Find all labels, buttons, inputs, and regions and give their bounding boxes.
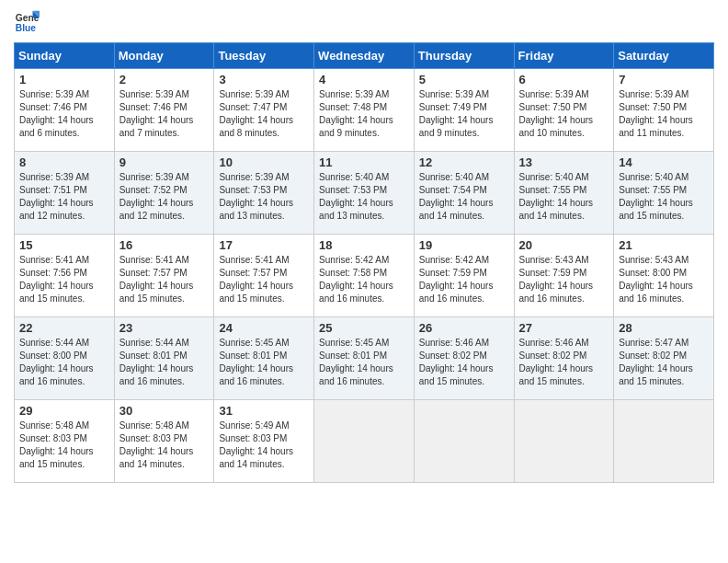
day-number: 9	[119, 155, 210, 169]
calendar-cell	[414, 400, 514, 483]
day-info: Sunrise: 5:47 AMSunset: 8:02 PMDaylight:…	[619, 337, 709, 388]
logo: General Blue	[14, 9, 40, 35]
calendar-cell: 3Sunrise: 5:39 AMSunset: 7:47 PMDaylight…	[214, 69, 314, 152]
day-info: Sunrise: 5:44 AMSunset: 8:01 PMDaylight:…	[119, 337, 210, 388]
day-number: 18	[319, 238, 409, 252]
calendar-cell: 27Sunrise: 5:46 AMSunset: 8:02 PMDayligh…	[514, 317, 614, 400]
day-number: 12	[419, 155, 509, 169]
day-number: 1	[19, 73, 109, 86]
day-info: Sunrise: 5:43 AMSunset: 8:00 PMDaylight:…	[619, 254, 709, 305]
calendar-cell: 30Sunrise: 5:48 AMSunset: 8:03 PMDayligh…	[114, 400, 214, 483]
calendar-cell: 15Sunrise: 5:41 AMSunset: 7:56 PMDayligh…	[15, 235, 115, 317]
calendar-cell: 14Sunrise: 5:40 AMSunset: 7:55 PMDayligh…	[614, 152, 714, 235]
calendar-cell: 4Sunrise: 5:39 AMSunset: 7:48 PMDaylight…	[314, 69, 415, 152]
day-info: Sunrise: 5:41 AMSunset: 7:57 PMDaylight:…	[119, 254, 210, 305]
day-number: 27	[519, 321, 609, 335]
calendar-cell: 17Sunrise: 5:41 AMSunset: 7:57 PMDayligh…	[214, 235, 314, 317]
calendar-week-5: 29Sunrise: 5:48 AMSunset: 8:03 PMDayligh…	[15, 400, 714, 483]
day-number: 15	[19, 238, 109, 252]
header: General Blue	[14, 9, 714, 35]
calendar-cell	[614, 400, 714, 483]
day-number: 28	[619, 321, 709, 335]
calendar-cell: 13Sunrise: 5:40 AMSunset: 7:55 PMDayligh…	[514, 152, 614, 235]
calendar-cell: 10Sunrise: 5:39 AMSunset: 7:53 PMDayligh…	[214, 152, 314, 235]
calendar-cell: 29Sunrise: 5:48 AMSunset: 8:03 PMDayligh…	[15, 400, 115, 483]
day-info: Sunrise: 5:42 AMSunset: 7:58 PMDaylight:…	[319, 254, 409, 305]
svg-text:Blue: Blue	[16, 23, 37, 33]
calendar-cell: 28Sunrise: 5:47 AMSunset: 8:02 PMDayligh…	[614, 317, 714, 400]
calendar-week-2: 8Sunrise: 5:39 AMSunset: 7:51 PMDaylight…	[15, 152, 714, 235]
calendar-cell: 25Sunrise: 5:45 AMSunset: 8:01 PMDayligh…	[314, 317, 415, 400]
day-number: 30	[119, 404, 210, 418]
calendar-cell: 6Sunrise: 5:39 AMSunset: 7:50 PMDaylight…	[514, 69, 614, 152]
day-number: 6	[519, 73, 609, 86]
day-number: 10	[219, 155, 309, 169]
day-number: 7	[619, 73, 709, 86]
day-info: Sunrise: 5:39 AMSunset: 7:50 PMDaylight:…	[519, 88, 609, 140]
day-info: Sunrise: 5:39 AMSunset: 7:49 PMDaylight:…	[419, 88, 509, 140]
day-number: 4	[319, 73, 409, 86]
day-number: 22	[19, 321, 109, 335]
calendar-cell: 9Sunrise: 5:39 AMSunset: 7:52 PMDaylight…	[114, 152, 214, 235]
day-number: 17	[219, 238, 309, 252]
day-info: Sunrise: 5:39 AMSunset: 7:53 PMDaylight:…	[219, 171, 309, 223]
calendar-cell: 24Sunrise: 5:45 AMSunset: 8:01 PMDayligh…	[214, 317, 314, 400]
calendar-cell: 22Sunrise: 5:44 AMSunset: 8:00 PMDayligh…	[15, 317, 115, 400]
calendar-week-1: 1Sunrise: 5:39 AMSunset: 7:46 PMDaylight…	[15, 69, 714, 152]
header-day-friday: Friday	[514, 43, 614, 69]
calendar-cell: 19Sunrise: 5:42 AMSunset: 7:59 PMDayligh…	[414, 235, 514, 317]
day-number: 24	[219, 321, 309, 335]
day-info: Sunrise: 5:39 AMSunset: 7:52 PMDaylight:…	[119, 171, 210, 223]
calendar-cell: 26Sunrise: 5:46 AMSunset: 8:02 PMDayligh…	[414, 317, 514, 400]
day-info: Sunrise: 5:44 AMSunset: 8:00 PMDaylight:…	[19, 337, 109, 388]
calendar-cell: 31Sunrise: 5:49 AMSunset: 8:03 PMDayligh…	[214, 400, 314, 483]
day-info: Sunrise: 5:39 AMSunset: 7:51 PMDaylight:…	[19, 171, 109, 223]
calendar-cell: 5Sunrise: 5:39 AMSunset: 7:49 PMDaylight…	[414, 69, 514, 152]
header-day-monday: Monday	[114, 43, 214, 69]
day-number: 13	[519, 155, 609, 169]
day-info: Sunrise: 5:39 AMSunset: 7:46 PMDaylight:…	[19, 88, 109, 140]
day-info: Sunrise: 5:48 AMSunset: 8:03 PMDaylight:…	[19, 419, 109, 471]
header-day-saturday: Saturday	[614, 43, 714, 69]
day-info: Sunrise: 5:48 AMSunset: 8:03 PMDaylight:…	[119, 419, 210, 471]
header-day-thursday: Thursday	[414, 43, 514, 69]
calendar-cell: 2Sunrise: 5:39 AMSunset: 7:46 PMDaylight…	[114, 69, 214, 152]
calendar-cell: 1Sunrise: 5:39 AMSunset: 7:46 PMDaylight…	[15, 69, 115, 152]
header-day-tuesday: Tuesday	[214, 43, 314, 69]
calendar-cell: 8Sunrise: 5:39 AMSunset: 7:51 PMDaylight…	[15, 152, 115, 235]
day-info: Sunrise: 5:39 AMSunset: 7:50 PMDaylight:…	[619, 88, 709, 140]
calendar-week-3: 15Sunrise: 5:41 AMSunset: 7:56 PMDayligh…	[15, 235, 714, 317]
day-number: 31	[219, 404, 309, 418]
calendar-week-4: 22Sunrise: 5:44 AMSunset: 8:00 PMDayligh…	[15, 317, 714, 400]
calendar-cell	[314, 400, 415, 483]
day-number: 2	[119, 73, 210, 86]
day-info: Sunrise: 5:41 AMSunset: 7:57 PMDaylight:…	[219, 254, 309, 305]
day-info: Sunrise: 5:46 AMSunset: 8:02 PMDaylight:…	[419, 337, 509, 388]
day-number: 29	[19, 404, 109, 418]
day-info: Sunrise: 5:45 AMSunset: 8:01 PMDaylight:…	[219, 337, 309, 388]
calendar-cell: 7Sunrise: 5:39 AMSunset: 7:50 PMDaylight…	[614, 69, 714, 152]
day-info: Sunrise: 5:46 AMSunset: 8:02 PMDaylight:…	[519, 337, 609, 388]
day-info: Sunrise: 5:40 AMSunset: 7:55 PMDaylight:…	[619, 171, 709, 223]
day-info: Sunrise: 5:49 AMSunset: 8:03 PMDaylight:…	[219, 419, 309, 471]
day-info: Sunrise: 5:39 AMSunset: 7:47 PMDaylight:…	[219, 88, 309, 140]
day-number: 5	[419, 73, 509, 86]
day-info: Sunrise: 5:40 AMSunset: 7:53 PMDaylight:…	[319, 171, 409, 223]
day-number: 19	[419, 238, 509, 252]
day-info: Sunrise: 5:40 AMSunset: 7:54 PMDaylight:…	[419, 171, 509, 223]
day-info: Sunrise: 5:41 AMSunset: 7:56 PMDaylight:…	[19, 254, 109, 305]
day-info: Sunrise: 5:39 AMSunset: 7:46 PMDaylight:…	[119, 88, 210, 140]
day-info: Sunrise: 5:42 AMSunset: 7:59 PMDaylight:…	[419, 254, 509, 305]
calendar-cell: 12Sunrise: 5:40 AMSunset: 7:54 PMDayligh…	[414, 152, 514, 235]
day-number: 8	[19, 155, 109, 169]
calendar-cell: 23Sunrise: 5:44 AMSunset: 8:01 PMDayligh…	[114, 317, 214, 400]
calendar-cell: 18Sunrise: 5:42 AMSunset: 7:58 PMDayligh…	[314, 235, 415, 317]
header-day-sunday: Sunday	[15, 43, 115, 69]
header-day-wednesday: Wednesday	[314, 43, 415, 69]
day-number: 3	[219, 73, 309, 86]
calendar-cell	[514, 400, 614, 483]
day-number: 25	[319, 321, 409, 335]
day-number: 21	[619, 238, 709, 252]
day-info: Sunrise: 5:43 AMSunset: 7:59 PMDaylight:…	[519, 254, 609, 305]
day-number: 11	[319, 155, 409, 169]
